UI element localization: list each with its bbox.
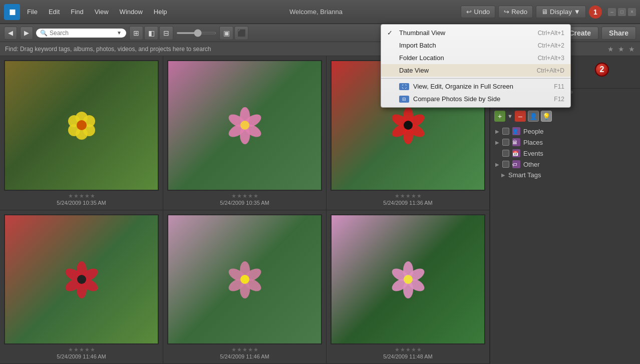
bulb-tag-button[interactable]: 💡 (541, 111, 552, 122)
flower-svg-2 (225, 105, 265, 145)
photo-image-4 (4, 214, 159, 345)
people-arrow[interactable]: ▶ (495, 129, 499, 134)
search-dropdown-arrow[interactable]: ▼ (117, 30, 122, 36)
svg-point-41 (404, 275, 413, 284)
fix-button[interactable]: ◧ (144, 26, 158, 40)
zoom-range[interactable] (176, 32, 216, 34)
single-view-button[interactable]: ▣ (219, 26, 233, 40)
dropdown-item-fullscreen[interactable]: ⛶ View, Edit, Organize in Full Screen F1… (381, 80, 570, 93)
bulb-icon: 💡 (542, 113, 550, 120)
stars-5: ★★★★★ (231, 346, 258, 353)
dropdown-shortcut-thumbnail: Ctrl+Alt+1 (538, 30, 564, 37)
search-input[interactable] (50, 30, 115, 37)
view-tools: ⊞ ◧ ⊟ (129, 26, 173, 40)
menu-find[interactable]: Find (67, 6, 87, 18)
places-arrow[interactable]: ▶ (495, 140, 499, 145)
dropdown-shortcut-fullscreen: F11 (554, 83, 564, 90)
dropdown-item-folder[interactable]: Folder Location Ctrl+Alt+3 (381, 52, 570, 64)
full-view-button[interactable]: ⬛ (234, 26, 248, 40)
people-checkbox[interactable] (502, 128, 509, 135)
dropdown-label-fullscreen: View, Edit, Organize in Full Screen (413, 83, 550, 90)
places-label: Places (523, 139, 543, 146)
dropdown-item-import[interactable]: Import Batch Ctrl+Alt+2 (381, 39, 570, 52)
other-label: Other (523, 161, 540, 168)
photo-date-4: 5/24/2009 11:46 AM (57, 353, 106, 359)
dropdown-shortcut-compare: F12 (554, 96, 564, 103)
undo-icon: ↩ (466, 8, 472, 16)
maximize-button[interactable]: □ (618, 8, 626, 16)
grid-view-button[interactable]: ⊟ (159, 26, 173, 40)
dropdown-item-compare[interactable]: ⊟ Compare Photos Side by Side F12 (381, 93, 570, 105)
redo-label: Redo (511, 8, 527, 16)
dropdown-divider (381, 78, 570, 79)
menu-view[interactable]: View (91, 6, 113, 18)
redo-button[interactable]: ↪ Redo (498, 6, 533, 18)
people-label: People (523, 128, 543, 135)
badge-2: 2 (595, 63, 609, 77)
star-3[interactable]: ★ (628, 45, 635, 53)
minus-icon: – (518, 112, 522, 120)
places-checkbox[interactable] (502, 139, 509, 146)
photo-image-6 (331, 214, 485, 345)
close-button[interactable]: × (628, 8, 636, 16)
display-button[interactable]: 🖥 Display ▼ (536, 6, 586, 18)
flower-svg-6 (388, 259, 428, 299)
photo-cell-5[interactable]: ★★★★★ 5/24/2009 11:46 AM (163, 210, 327, 365)
display-dropdown-menu: ✓ Thumbnail View Ctrl+Alt+1 Import Batch… (381, 24, 571, 108)
person-tag-button[interactable]: 👤 (528, 111, 539, 122)
places-tag-icon: 🏛 (512, 138, 520, 146)
view-toggle: ▣ ⬛ (219, 26, 248, 40)
other-arrow[interactable]: ▶ (495, 162, 499, 167)
forward-button[interactable]: ▶ (20, 27, 33, 40)
dropdown-label-folder: Folder Location (399, 54, 534, 62)
share-button[interactable]: Share (601, 27, 636, 40)
photo-meta-1: ★★★★★ 5/24/2009 10:35 AM (57, 193, 106, 206)
photo-image-1 (4, 60, 159, 191)
minimize-button[interactable]: – (608, 8, 616, 16)
redo-icon: ↪ (504, 8, 509, 16)
organize-view-button[interactable]: ⊞ (129, 26, 143, 40)
events-checkbox[interactable] (502, 150, 509, 157)
welcome-text: Welcome, Brianna (174, 8, 458, 16)
photo-cell-1[interactable]: ★★★★★ 5/24/2009 10:35 AM (0, 56, 163, 210)
undo-label: Undo (474, 8, 490, 16)
events-label: Events (523, 150, 543, 157)
add-tag-button[interactable]: + (494, 111, 505, 122)
flower-svg-4 (62, 259, 102, 299)
tag-item-events[interactable]: ▶ 📅 Events (494, 148, 636, 159)
photo-cell-2[interactable]: ★★★★★ 5/24/2009 10:35 AM (163, 56, 327, 210)
star-1[interactable]: ★ (607, 45, 614, 53)
check-icon: ✓ (387, 29, 395, 37)
dropdown-item-thumbnail[interactable]: ✓ Thumbnail View Ctrl+Alt+1 (381, 27, 570, 39)
tag-item-people[interactable]: ▶ 👤 People (494, 126, 636, 137)
undo-button[interactable]: ↩ Undo (461, 6, 495, 18)
flower-svg-1 (62, 105, 102, 145)
other-checkbox[interactable] (502, 161, 509, 168)
star-2[interactable]: ★ (618, 45, 624, 53)
smart-tags-item[interactable]: ▶ Smart Tags (500, 170, 636, 180)
menu-help[interactable]: Help (150, 6, 171, 18)
photo-cell-4[interactable]: ★★★★★ 5/24/2009 11:46 AM (0, 210, 163, 365)
dropdown-item-date[interactable]: Date View Ctrl+Alt+D (381, 64, 570, 77)
add-tag-arrow[interactable]: ▼ (507, 113, 513, 119)
dropdown-shortcut-import: Ctrl+Alt+2 (538, 42, 564, 49)
photo-image-5 (167, 214, 322, 345)
person-icon: 👤 (529, 113, 537, 120)
tag-item-places[interactable]: ▶ 🏛 Places (494, 137, 636, 148)
menu-file[interactable]: File (23, 6, 42, 18)
menu-edit[interactable]: Edit (45, 6, 64, 18)
photo-image-2 (167, 60, 322, 191)
remove-tag-button[interactable]: – (515, 111, 526, 122)
display-label: Display (550, 8, 572, 16)
back-button[interactable]: ◀ (4, 27, 17, 40)
tag-item-other[interactable]: ▶ 🏷 Other (494, 159, 636, 170)
top-bar: ◼ File Edit Find View Window Help Welcom… (0, 0, 640, 24)
svg-point-27 (77, 275, 86, 284)
photo-cell-6[interactable]: ★★★★★ 5/24/2009 11:48 AM (327, 210, 490, 365)
flower-svg-5 (225, 259, 265, 299)
badge-1: 1 (589, 6, 602, 19)
window-controls: – □ × (608, 8, 636, 16)
smart-tags-arrow[interactable]: ▶ (501, 172, 505, 178)
menu-window[interactable]: Window (116, 6, 147, 18)
people-tag-icon: 👤 (512, 127, 520, 135)
